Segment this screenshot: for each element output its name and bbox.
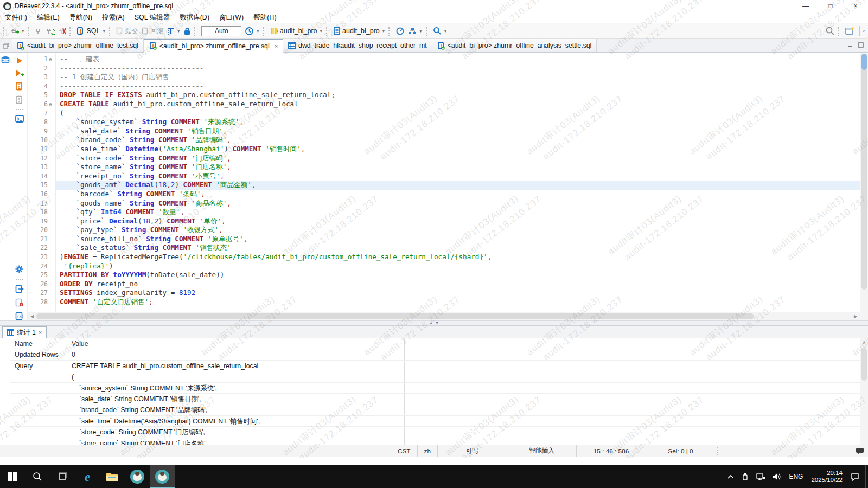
menu-item[interactable]: SQL 编辑器 [130,12,175,23]
execute-new-tab-icon[interactable] [15,69,24,77]
schema-selector[interactable]: audit_bi_pro ▼ [331,25,387,36]
code-line[interactable]: `qty` Int64 COMMENT '数量', [56,208,860,217]
splitter-collapse-down-icon[interactable]: ▼ [435,321,439,325]
code-area[interactable]: -- 一、建表---------------------------------… [56,53,860,312]
reconnect-button[interactable] [44,26,56,36]
statusbar-cell[interactable]: CST [391,445,417,457]
code-line[interactable]: ----------------------------------- [56,82,860,91]
connection-selector[interactable]: audit_bi_pro ▼ [269,25,324,36]
close-tab-icon[interactable]: × [39,329,42,336]
search-button[interactable]: ▼ [431,25,449,36]
scroll-up-icon[interactable]: ∧ [860,338,868,345]
scroll-left-icon[interactable]: ◀ [28,314,36,319]
table-row[interactable]: `brand_code` String COMMENT '品牌编码', [10,404,860,415]
editor-tab[interactable]: dwd_trade_hkaudit_shop_receipt_other_mt [283,39,432,52]
explain-plan-icon[interactable] [15,95,23,104]
menu-item[interactable]: 文件(F) [0,12,32,23]
code-line[interactable]: `goods_name` String COMMENT '商品名称', [56,199,860,208]
internet-explorer-button[interactable]: e [75,465,100,488]
statusbar-cell[interactable]: Sel: 0 | 0 [646,445,715,457]
code-line[interactable]: )ENGINE = ReplicatedMergeTree('/clickhou… [56,253,860,262]
menu-item[interactable]: 编辑(E) [32,12,65,23]
code-line[interactable]: `source_system` String COMMENT '来源系统', [56,118,860,127]
fold-marker-icon[interactable]: ⊖ [48,55,53,65]
fold-marker-icon[interactable]: ⊖ [48,100,53,110]
maximize-view-icon[interactable] [858,42,864,49]
table-row[interactable]: Updated Rows0 [10,349,860,360]
menu-item[interactable]: 导航(N) [65,12,97,23]
chevron-down-icon[interactable]: ▼ [102,29,105,33]
menu-item[interactable]: 帮助(H) [248,12,281,23]
chevron-down-icon[interactable]: ▼ [419,29,422,33]
code-line[interactable]: SETTINGS index_granularity = 8192 [56,288,860,298]
code-line[interactable]: `source_bill_no` String COMMENT '原单据号', [56,235,860,244]
table-row[interactable]: ( [10,371,860,382]
chevron-down-icon[interactable]: ▼ [256,29,259,33]
disconnect-button[interactable] [56,26,68,36]
close-tab-icon[interactable]: × [275,43,278,49]
menu-item[interactable]: 数据库(D) [175,12,214,23]
network-icon[interactable] [752,465,769,488]
code-line[interactable]: ORDER BY receipt_no [56,280,860,289]
statusbar-cell[interactable]: 智能插入 [507,445,576,457]
splitter-collapse-up-icon[interactable]: ▲ [429,321,433,325]
task-view-button[interactable] [50,465,75,488]
statusbar-cell[interactable]: 可写 [437,445,507,457]
volume-icon[interactable] [769,465,785,488]
current-code-line[interactable]: `goods_amt` Decimal(18,2) COMMENT '商品金额'… [56,181,860,190]
panel-splitter[interactable]: ▲ ▼ [0,320,868,326]
code-line[interactable]: '{replica}') [56,262,860,271]
horizontal-scrollbar[interactable]: ◀ ▶ [28,312,860,320]
editor-tab[interactable]: <audit_bi_pro> zhumr_offline_pre.sql× [144,39,283,53]
menu-item[interactable]: 搜索(A) [97,12,130,23]
code-line[interactable]: `pay_type` String COMMENT '收银方式', [56,226,860,235]
dbeaver-taskbar-button[interactable] [125,465,150,488]
statistics-tab[interactable]: 统计 1 × [2,326,47,338]
table-row[interactable]: QueryCREATE TABLE audit_bi_pro.custom_of… [10,361,860,371]
restore-panel-icon[interactable] [0,39,12,52]
lock-button[interactable] [182,26,193,36]
commit-button[interactable]: 提交 [114,25,140,37]
validate-doc-icon[interactable] [15,298,23,307]
results-scrollbar[interactable]: ∧ [860,338,868,445]
export-result-icon[interactable] [15,285,24,293]
table-row[interactable]: `store_code` String COMMENT '门店编码', [10,427,860,438]
code-line[interactable]: PARTITION BY toYYYYMM(toDate(sale_date)) [56,271,860,280]
code-line[interactable]: `sale_date` String COMMENT '销售日期', [56,127,860,136]
open-perspective-button[interactable] [844,25,857,37]
settings-gear-icon[interactable] [15,265,24,274]
table-row[interactable]: `source_system` String COMMENT '来源系统', [10,383,860,394]
scroll-right-icon[interactable]: ▶ [851,314,860,319]
action-center-icon[interactable] [847,465,863,488]
column-header-value[interactable]: Value [67,338,405,349]
maximize-button[interactable]: □ [818,0,843,12]
tray-chevron-up-icon[interactable] [724,465,738,488]
menu-item[interactable]: 窗口(W) [214,12,248,23]
transaction-log-button[interactable]: ▼ [243,25,261,37]
chevron-down-icon[interactable]: ▼ [382,29,385,33]
execute-statement-icon[interactable] [16,57,23,65]
code-line[interactable]: `sale_status` String COMMENT '销售状态' [56,243,860,253]
table-row[interactable]: `store_name` String COMMENT '门店名称', [10,438,860,445]
statusbar-cell[interactable]: zh [417,445,437,457]
rollback-button[interactable]: 回滚 [140,25,165,37]
chevron-down-icon[interactable]: ▼ [320,29,323,33]
code-line[interactable]: COMMENT '自定义门店销售'; [56,298,860,307]
taskbar-clock[interactable]: 20:14 2025/10/22 [807,470,847,484]
dashboard-button[interactable] [394,25,406,37]
code-line[interactable]: `sale_time` Datetime('Asia/Shanghai') CO… [56,145,860,154]
execution-plan-button[interactable]: ▼ [406,26,424,36]
code-line[interactable]: -- 一、建表 [56,55,860,64]
editor-tab[interactable]: <audit_bi_pro> zhumr_offline_test.sql [12,39,144,52]
chevron-down-icon[interactable]: ▼ [21,29,24,33]
dbeaver-taskbar-button-active[interactable] [150,465,175,488]
autocommit-select[interactable]: Auto [201,26,241,36]
database-navigator-icon[interactable] [1,56,10,63]
minimize-view-icon[interactable] [847,42,853,49]
new-connection-button[interactable]: ▼ [8,26,26,36]
code-line[interactable]: CREATE TABLE audit_bi_pro.custom_offline… [56,100,860,109]
code-line[interactable]: `receipt_no` String COMMENT '小票号', [56,172,860,181]
hscroll-thumb[interactable] [36,313,754,319]
notifications-icon[interactable] [852,447,868,455]
code-line[interactable]: `price` Decimal(18,2) COMMENT '单价', [56,217,860,226]
